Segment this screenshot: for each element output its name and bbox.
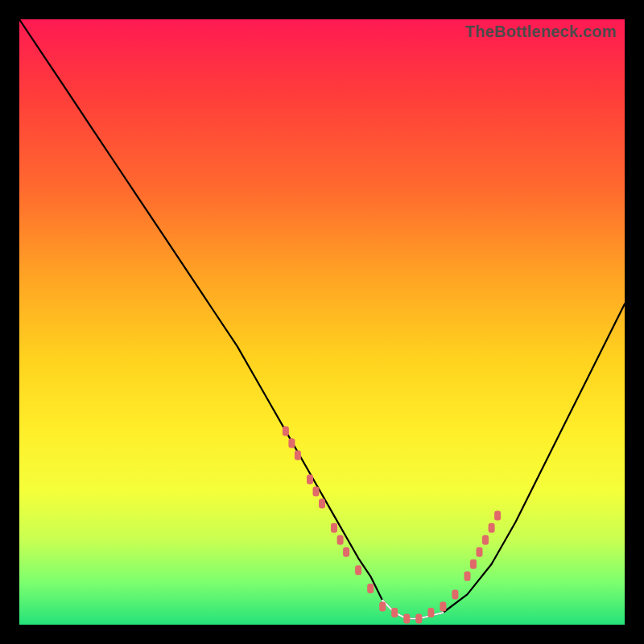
trough-marker	[379, 601, 386, 611]
trough-marker	[283, 426, 289, 436]
trough-marker	[313, 487, 320, 497]
trough-marker	[403, 614, 410, 624]
trough-marker	[288, 438, 295, 448]
trough-marker	[343, 547, 349, 557]
trough-marker	[337, 535, 344, 545]
trough-marker	[477, 547, 483, 557]
trough-marker	[319, 499, 325, 509]
trough-marker	[482, 535, 489, 545]
trough-marker	[470, 559, 477, 569]
trough-marker	[489, 523, 495, 533]
trough-marker	[367, 584, 374, 593]
bottleneck-curve-upper	[19, 19, 625, 619]
trough-marker	[391, 608, 398, 617]
curve-svg	[19, 19, 625, 625]
trough-marker	[331, 523, 337, 533]
trough-marker	[494, 511, 501, 521]
trough-marker	[427, 608, 434, 617]
trough-marker	[307, 475, 313, 485]
trough-marker	[452, 589, 458, 599]
trough-marker	[464, 572, 471, 581]
trough-marker	[415, 614, 422, 624]
chart-frame: TheBottleneck.com	[0, 0, 644, 644]
trough-marker	[355, 565, 361, 575]
plot-area: TheBottleneck.com	[19, 19, 625, 625]
trough-marker	[295, 450, 301, 460]
trough-marker	[440, 601, 446, 611]
curve-group	[19, 19, 625, 619]
